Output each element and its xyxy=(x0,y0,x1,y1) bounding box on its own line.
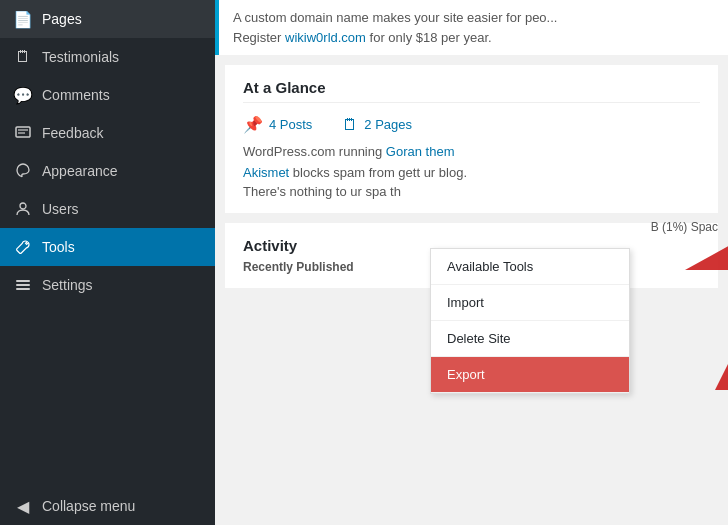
sidebar-label-tools: Tools xyxy=(42,239,75,255)
theme-link[interactable]: Goran them xyxy=(386,144,455,159)
sidebar-item-tools[interactable]: Tools xyxy=(0,228,215,266)
sidebar: 📄 Pages 🗒 Testimonials 💬 Comments Feedba… xyxy=(0,0,215,525)
sidebar-label-settings: Settings xyxy=(42,277,93,293)
spam-text: There's nothing to ur spa th xyxy=(243,184,700,199)
notice-suffix: for only $18 per year. xyxy=(366,30,492,45)
svg-rect-5 xyxy=(16,284,30,286)
sidebar-label-feedback: Feedback xyxy=(42,125,103,141)
sidebar-item-testimonials[interactable]: 🗒 Testimonials xyxy=(0,38,215,76)
pages-icon: 🗒 xyxy=(342,116,358,134)
testimonials-icon: 🗒 xyxy=(14,48,32,66)
submenu-export[interactable]: Export xyxy=(431,357,629,393)
users-icon xyxy=(14,200,32,218)
submenu-import[interactable]: Import xyxy=(431,285,629,321)
svg-point-3 xyxy=(20,203,26,209)
svg-rect-4 xyxy=(16,280,30,282)
at-a-glance-row: 📌 4 Posts 🗒 2 Pages xyxy=(243,115,700,134)
sidebar-item-pages[interactable]: 📄 Pages xyxy=(0,0,215,38)
sidebar-item-users[interactable]: Users xyxy=(0,190,215,228)
posts-icon: 📌 xyxy=(243,115,263,134)
akismet-link[interactable]: Akismet xyxy=(243,165,289,180)
submenu-available-tools[interactable]: Available Tools xyxy=(431,249,629,285)
sidebar-item-appearance[interactable]: Appearance xyxy=(0,152,215,190)
notice-bar: A custom domain name makes your site eas… xyxy=(215,0,728,55)
tools-icon xyxy=(14,238,32,256)
posts-link[interactable]: 4 Posts xyxy=(269,117,312,132)
notice-text: A custom domain name makes your site eas… xyxy=(233,10,557,25)
pages-link[interactable]: 2 Pages xyxy=(364,117,412,132)
notice-register: Register xyxy=(233,30,285,45)
sidebar-label-appearance: Appearance xyxy=(42,163,118,179)
running-text: WordPress.com running Goran them xyxy=(243,144,700,159)
sidebar-label-comments: Comments xyxy=(42,87,110,103)
settings-icon xyxy=(14,276,32,294)
svg-rect-6 xyxy=(16,288,30,290)
storage-text: B (1%) Spac xyxy=(651,220,718,234)
submenu-delete-site[interactable]: Delete Site xyxy=(431,321,629,357)
at-a-glance-title: At a Glance xyxy=(243,79,700,103)
at-a-glance-box: At a Glance 📌 4 Posts 🗒 2 Pages WordPres… xyxy=(225,65,718,213)
pages-count: 🗒 2 Pages xyxy=(342,115,412,134)
posts-count: 📌 4 Posts xyxy=(243,115,312,134)
sidebar-label-collapse: Collapse menu xyxy=(42,498,135,514)
comments-icon: 💬 xyxy=(14,86,32,104)
sidebar-item-comments[interactable]: 💬 Comments xyxy=(0,76,215,114)
sidebar-item-feedback[interactable]: Feedback xyxy=(0,114,215,152)
feedback-icon xyxy=(14,124,32,142)
akismet-text: Akismet blocks spam from gett ur blog. xyxy=(243,165,700,180)
sidebar-label-testimonials: Testimonials xyxy=(42,49,119,65)
sidebar-item-collapse[interactable]: ◀ Collapse menu xyxy=(0,487,215,525)
main-content: A custom domain name makes your site eas… xyxy=(215,0,728,525)
svg-rect-0 xyxy=(16,127,30,137)
sidebar-item-settings[interactable]: Settings xyxy=(0,266,215,304)
notice-domain-link[interactable]: wikiw0rld.com xyxy=(285,30,366,45)
sidebar-label-users: Users xyxy=(42,201,79,217)
pages-icon: 📄 xyxy=(14,10,32,28)
sidebar-label-pages: Pages xyxy=(42,11,82,27)
tools-submenu: Available Tools Import Delete Site Expor… xyxy=(430,248,630,394)
collapse-icon: ◀ xyxy=(14,497,32,515)
appearance-icon xyxy=(14,162,32,180)
